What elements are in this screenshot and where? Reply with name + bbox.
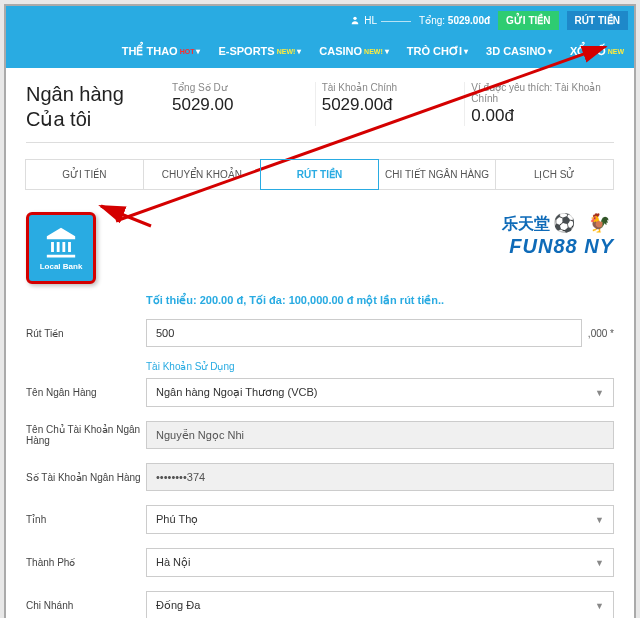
- amount-suffix: ,000 *: [588, 328, 614, 339]
- holder-input: [146, 421, 614, 449]
- bank-icon: [44, 225, 78, 259]
- page-title: Ngân hàng Của tôi: [26, 82, 146, 132]
- nav-item-5[interactable]: XỔ SỐNEW: [570, 45, 624, 58]
- nav-item-1[interactable]: E-SPORTSNEW! ▾: [218, 45, 301, 57]
- balance-box-2: Ví được yêu thích: Tài Khoản Chính0.00đ: [465, 82, 614, 126]
- topbar-deposit-button[interactable]: GỬI TIỀN: [498, 11, 558, 30]
- partner-logos: ⚽ 🐓: [553, 213, 614, 233]
- chevron-down-icon: ▼: [595, 558, 604, 568]
- method-local-bank[interactable]: Local Bank: [26, 212, 96, 284]
- user-icon: [350, 15, 360, 25]
- method-area: Local Bank 乐天堂 ⚽ 🐓 FUN88 NY: [26, 212, 614, 284]
- main-nav: THỂ THAOHOT ▾E-SPORTSNEW! ▾CASINONEW! ▾T…: [6, 34, 634, 68]
- topbar-withdraw-button[interactable]: RÚT TIỀN: [567, 11, 628, 30]
- brand-slogan: FUN88 NY: [502, 235, 614, 258]
- tab-gửi-tiền[interactable]: GỬI TIỀN: [25, 159, 144, 190]
- account-number-input: [146, 463, 614, 491]
- nav-item-2[interactable]: CASINONEW! ▾: [319, 45, 388, 57]
- tabs: GỬI TIỀNCHUYỂN KHOẢNRÚT TIỀNCHI TIẾT NGÂ…: [26, 159, 614, 190]
- user-name: ———: [381, 15, 411, 26]
- row-holder: Tên Chủ Tài Khoản Ngân Hàng: [26, 421, 614, 449]
- row-city: Thành Phố Hà Nội▼: [26, 548, 614, 577]
- summary-row: Ngân hàng Của tôi Tổng Số Dư5029.00Tài K…: [26, 82, 614, 143]
- brand-block: 乐天堂 ⚽ 🐓 FUN88 NY: [502, 212, 614, 258]
- tab-lịch-sử[interactable]: LỊCH SỬ: [495, 159, 614, 190]
- user-info[interactable]: HL ———: [350, 15, 411, 26]
- brand-cn: 乐天堂: [502, 215, 550, 232]
- chevron-down-icon: ▼: [595, 388, 604, 398]
- chevron-down-icon: ▼: [595, 601, 604, 611]
- row-province: Tỉnh Phú Thọ▼: [26, 505, 614, 534]
- nav-item-0[interactable]: THỂ THAOHOT ▾: [122, 45, 201, 58]
- app-frame: HL ——— Tổng: 5029.00đ GỬI TIỀN RÚT TIỀN …: [4, 4, 636, 618]
- method-label: Local Bank: [40, 262, 83, 271]
- svg-point-0: [354, 17, 357, 20]
- total-balance: Tổng: 5029.00đ: [419, 15, 490, 26]
- row-bank: Tên Ngân Hàng Ngân hàng Ngoại Thương (VC…: [26, 378, 614, 407]
- nav-item-3[interactable]: TRÒ CHƠI ▾: [407, 45, 468, 58]
- balance-boxes: Tổng Số Dư5029.00Tài Khoản Chính5029.00đ…: [166, 82, 614, 126]
- tab-rút-tiền[interactable]: RÚT TIỀN: [260, 159, 379, 190]
- row-amount: Rút Tiền ,000 *: [26, 319, 614, 347]
- limits-text: Tối thiểu: 200.00 đ, Tối đa: 100,000.00 …: [146, 294, 614, 307]
- province-select[interactable]: Phú Thọ▼: [146, 505, 614, 534]
- row-account-no: Số Tài Khoản Ngân Hàng: [26, 463, 614, 491]
- city-select[interactable]: Hà Nội▼: [146, 548, 614, 577]
- amount-input[interactable]: [146, 319, 582, 347]
- user-prefix: HL: [364, 15, 377, 26]
- nav-item-4[interactable]: 3D CASINO ▾: [486, 45, 552, 57]
- content: Ngân hàng Của tôi Tổng Số Dư5029.00Tài K…: [6, 68, 634, 618]
- topbar: HL ——— Tổng: 5029.00đ GỬI TIỀN RÚT TIỀN: [6, 6, 634, 34]
- row-branch: Chi Nhánh Đống Đa▼: [26, 591, 614, 618]
- tab-chuyển-khoản[interactable]: CHUYỂN KHOẢN: [143, 159, 262, 190]
- amount-label: Rút Tiền: [26, 328, 146, 339]
- bank-select[interactable]: Ngân hàng Ngoại Thương (VCB)▼: [146, 378, 614, 407]
- account-using-link[interactable]: Tài Khoản Sử Dụng: [146, 361, 614, 372]
- balance-box-1: Tài Khoản Chính5029.00đ: [316, 82, 465, 126]
- tab-chi-tiết-ngân-hàng[interactable]: CHI TIẾT NGÂN HÀNG: [378, 159, 497, 190]
- balance-box-0: Tổng Số Dư5029.00: [166, 82, 315, 126]
- branch-select[interactable]: Đống Đa▼: [146, 591, 614, 618]
- chevron-down-icon: ▼: [595, 515, 604, 525]
